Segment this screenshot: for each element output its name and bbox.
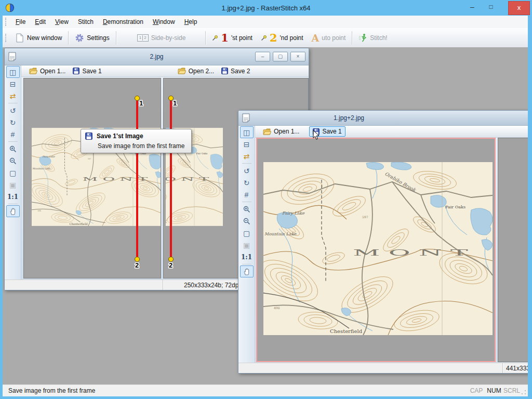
mdi-workspace: 2.jpg – ▢ × ◫ ⊟ ⇄ ↺ ↻ # — [3, 47, 528, 385]
swap-frames-icon[interactable]: ⇄ — [240, 150, 254, 162]
save-floppy-icon — [85, 132, 92, 140]
layers-icon[interactable]: ▣ — [240, 239, 254, 251]
rotate-right-icon[interactable]: ↻ — [6, 116, 20, 128]
gear-icon — [75, 33, 84, 43]
child-a-minimize-button[interactable]: – — [255, 52, 270, 62]
zoom-out-icon[interactable] — [6, 155, 20, 167]
menu-stitch[interactable]: Stitch — [73, 17, 98, 27]
main-status-bar: Save image from the first frame CAP NUM … — [3, 384, 528, 396]
open-second-image-button[interactable]: Open 2... — [526, 126, 528, 137]
result-frame-pane-active[interactable] — [256, 138, 496, 362]
document-icon — [242, 113, 250, 123]
open-folder-icon — [263, 128, 271, 135]
menu-window[interactable]: Window — [148, 17, 180, 27]
new-window-button[interactable]: New window — [11, 31, 66, 45]
result-size-status: 441x333 — [502, 363, 528, 373]
stitch-line-overlay-1: 1 2 — [32, 90, 161, 270]
open-first-image-button[interactable]: Open 1... — [25, 66, 69, 76]
split-horizontal-icon[interactable]: ⊟ — [240, 138, 254, 150]
document-icon — [8, 52, 17, 61]
actual-size-icon[interactable]: 1:1 — [240, 251, 254, 263]
rotate-left-icon[interactable]: ↺ — [240, 165, 254, 177]
fit-to-window-icon[interactable]: ▢ — [240, 227, 254, 239]
pin-icon — [261, 35, 267, 41]
menu-file[interactable]: File — [11, 17, 30, 27]
split-vertical-icon[interactable]: ◫ — [240, 126, 254, 138]
crop-icon[interactable]: # — [240, 189, 254, 201]
menu-edit[interactable]: Edit — [30, 17, 50, 27]
rotate-left-icon[interactable]: ↺ — [6, 104, 20, 116]
side-by-side-button[interactable]: 12 Side-by-side — [133, 32, 190, 44]
actual-size-icon[interactable]: 1:1 — [6, 191, 20, 203]
menu-demonstration[interactable]: Demonstration — [98, 17, 148, 27]
open-second-image-button[interactable]: Open 2... — [174, 66, 218, 76]
pin-icon — [212, 35, 218, 41]
child-a-toolbar: Open 1... Save 1 Open 2... Save 2 — [21, 65, 309, 77]
child-b-toolbar: Open 1... Save 1 Open 2... — [255, 126, 528, 138]
save-first-image-button[interactable]: Save 1 — [69, 66, 105, 76]
result-frame-pane-2[interactable] — [498, 138, 528, 362]
child-b-title: 1.jpg+2.jpg — [238, 114, 459, 122]
save-floppy-icon — [221, 68, 228, 74]
fit-to-window-icon[interactable]: ▢ — [6, 167, 20, 179]
toolbar-separator — [116, 31, 116, 45]
point-1-label: 1 — [173, 99, 177, 107]
layers-icon[interactable]: ▣ — [6, 179, 20, 191]
zoom-in-icon[interactable] — [240, 203, 254, 215]
pan-hand-icon[interactable] — [240, 265, 254, 277]
stitch-runner-icon — [358, 33, 367, 42]
new-window-icon — [15, 33, 24, 43]
child-b-titlebar[interactable]: 1.jpg+2.jpg — [238, 111, 528, 126]
open-folder-icon — [178, 68, 186, 74]
maximize-button[interactable]: □ — [483, 0, 499, 15]
child-a-close-button[interactable]: × — [290, 52, 305, 62]
resize-grip[interactable] — [521, 389, 527, 395]
first-point-number: 1 — [221, 33, 229, 43]
frame-1-pane[interactable]: 1 2 — [23, 78, 161, 278]
settings-button[interactable]: Settings — [71, 31, 113, 45]
crop-icon[interactable]: # — [6, 128, 20, 140]
open-first-image-button[interactable]: Open 1... — [259, 126, 303, 137]
toolbar-separator — [68, 31, 69, 45]
menu-view[interactable]: View — [50, 17, 73, 27]
main-titlebar[interactable]: 1.jpg+2.jpg - RasterStitch x64 – □ x — [0, 0, 532, 16]
save-second-image-button[interactable]: Save 2 — [218, 66, 254, 76]
menu-help[interactable]: Help — [180, 17, 202, 27]
caps-lock-indicator: CAP — [468, 387, 485, 394]
stitch-button[interactable]: Stitch! — [354, 31, 391, 44]
point-2-label: 2 — [135, 261, 139, 269]
point-1-label: 1 — [139, 99, 143, 107]
close-button[interactable]: x — [508, 1, 530, 15]
tooltip-title: Save 1'st Image — [97, 132, 143, 140]
toolbar-separator — [352, 31, 352, 45]
zoom-in-icon[interactable] — [6, 143, 20, 155]
swap-frames-icon[interactable]: ⇄ — [6, 90, 20, 102]
toolbar-grip[interactable] — [5, 34, 8, 42]
open-folder-icon — [29, 68, 37, 74]
status-message: Save image from the first frame — [8, 387, 95, 394]
rasterstitch-main-window: 1.jpg+2.jpg - RasterStitch x64 – □ x Fil… — [0, 0, 532, 399]
second-point-button[interactable]: 2 'nd point — [257, 31, 308, 45]
child-b-tool-strip: ◫ ⊟ ⇄ ↺ ↻ # ▢ ▣ 1:1 — [238, 126, 255, 363]
stitched-map-image — [263, 162, 493, 335]
child-a-restore-button[interactable]: ▢ — [273, 52, 288, 62]
auto-point-button[interactable]: A uto point — [308, 30, 350, 46]
first-point-button[interactable]: 1 'st point — [208, 31, 257, 45]
main-toolbar: New window Settings 12 Side-by-side 1 's… — [3, 28, 528, 48]
mouse-cursor — [313, 130, 320, 140]
point-2-label: 2 — [169, 261, 172, 269]
zoom-out-icon[interactable] — [240, 215, 254, 227]
menu-grip[interactable] — [5, 18, 8, 26]
child-a-tool-strip: ◫ ⊟ ⇄ ↺ ↻ # ▢ ▣ 1:1 — [5, 65, 21, 280]
split-vertical-icon[interactable]: ◫ — [6, 66, 20, 78]
second-point-number: 2 — [270, 33, 277, 43]
scroll-lock-indicator: SCRL — [503, 387, 521, 394]
child-a-titlebar[interactable]: 2.jpg – ▢ × — [5, 48, 309, 65]
rotate-right-icon[interactable]: ↻ — [240, 177, 254, 189]
child-window-result[interactable]: 1.jpg+2.jpg ◫ ⊟ ⇄ ↺ ↻ # ▢ ▣ 1:1 — [238, 110, 528, 374]
toolbar-separator — [205, 31, 206, 45]
split-horizontal-icon[interactable]: ⊟ — [6, 78, 20, 90]
auto-point-letter: A — [312, 32, 320, 44]
pan-hand-icon[interactable] — [6, 205, 20, 217]
minimize-button[interactable]: – — [464, 0, 480, 15]
